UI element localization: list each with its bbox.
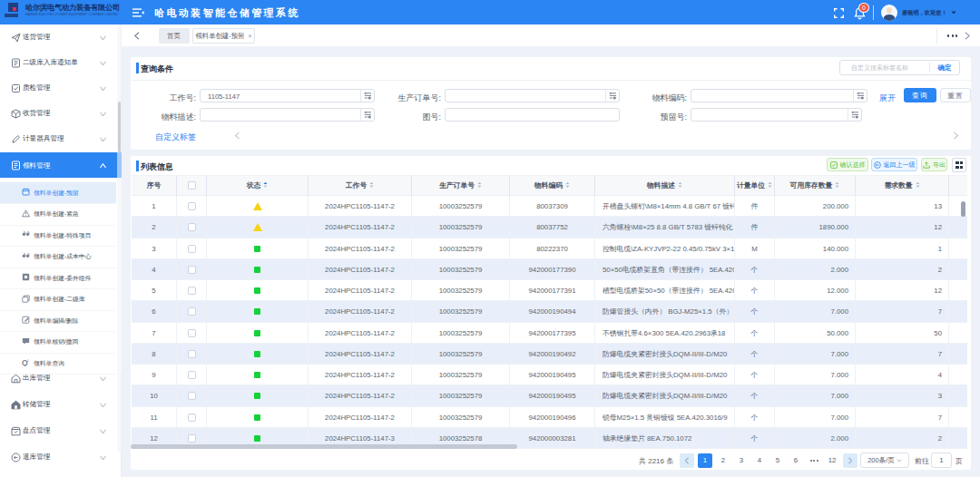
svg-text:²: ² bbox=[27, 359, 29, 364]
